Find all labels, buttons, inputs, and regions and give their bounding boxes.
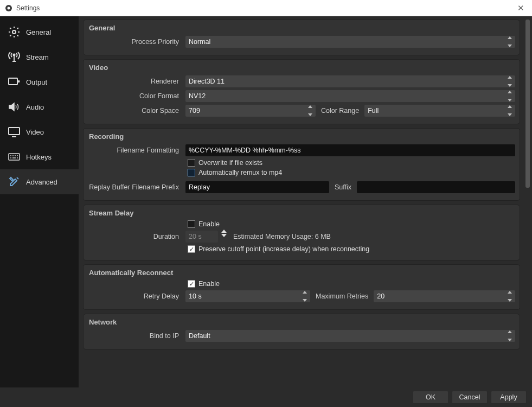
color-range-select[interactable]: Full <box>364 105 515 117</box>
memory-usage-text: Estimated Memory Usage: 6 MB <box>232 233 332 240</box>
main-area: General Stream Output <box>0 16 532 387</box>
spin-icon <box>508 105 514 116</box>
sidebar-item-general[interactable]: General <box>0 20 79 44</box>
bind-ip-select[interactable]: Default <box>185 330 515 342</box>
remux-label: Automatically remux to mp4 <box>198 169 282 176</box>
bind-label: Bind to IP <box>88 332 181 340</box>
group-title: General <box>88 24 515 32</box>
group-network: Network Bind to IP Default <box>83 314 520 349</box>
sidebar-item-stream[interactable]: Stream <box>0 44 79 69</box>
sidebar-item-label: Video <box>26 128 44 136</box>
preserve-label: Preserve cutoff point (increase delay) w… <box>198 245 369 253</box>
max-retries-spinner[interactable]: 20 <box>374 290 515 302</box>
sidebar-item-audio[interactable]: Audio <box>0 94 79 119</box>
spin-icon <box>303 291 309 302</box>
svg-point-2 <box>12 30 16 34</box>
speaker-icon <box>8 100 21 113</box>
group-title: Stream Delay <box>88 209 515 217</box>
antenna-icon <box>8 50 21 63</box>
footer: OK Cancel Apply <box>0 387 532 407</box>
spin-icon <box>508 36 514 47</box>
group-stream-delay: Stream Delay Enable Duration 20 s Estima <box>83 205 520 260</box>
sidebar-item-label: Hotkeys <box>26 153 52 161</box>
spin-icon <box>508 291 514 302</box>
monitor-icon <box>8 125 21 138</box>
suffix-label: Suffix <box>334 183 352 191</box>
replay-prefix-input[interactable]: Replay <box>185 181 329 193</box>
sidebar: General Stream Output <box>0 16 79 387</box>
color-range-label: Color Range <box>320 107 360 115</box>
scrollbar[interactable] <box>524 20 531 384</box>
spin-icon <box>508 91 514 101</box>
remux-checkbox[interactable] <box>188 169 195 176</box>
sidebar-item-label: Stream <box>26 53 49 61</box>
group-general: General Process Priority Normal <box>83 20 520 55</box>
app-icon <box>4 4 13 12</box>
scrollbar-thumb[interactable] <box>525 20 530 188</box>
sidebar-item-label: Audio <box>26 103 44 111</box>
gear-icon <box>8 26 21 39</box>
retry-delay-spinner[interactable]: 10 s <box>185 290 310 302</box>
group-title: Network <box>88 318 515 326</box>
titlebar: Settings ✕ <box>0 0 532 16</box>
replay-prefix-label: Replay Buffer Filename Prefix <box>88 183 181 191</box>
color-space-label: Color Space <box>88 107 181 115</box>
renderer-select[interactable]: Direct3D 11 <box>185 75 515 87</box>
group-title: Video <box>88 63 515 72</box>
cancel-button[interactable]: Cancel <box>452 391 488 404</box>
spin-icon <box>308 105 315 116</box>
close-icon[interactable]: ✕ <box>514 3 528 13</box>
sidebar-item-output[interactable]: Output <box>0 69 79 94</box>
sidebar-item-hotkeys[interactable]: Hotkeys <box>0 144 79 169</box>
overwrite-label: Overwrite if file exists <box>198 159 262 167</box>
process-priority-label: Process Priority <box>88 38 181 46</box>
duration-spinner[interactable]: 20 s <box>185 231 218 243</box>
content: General Process Priority Normal Video <box>79 16 524 387</box>
group-title: Automatically Reconnect <box>88 269 515 277</box>
sidebar-item-label: General <box>26 28 51 36</box>
enable-label: Enable <box>198 220 220 228</box>
color-space-select[interactable]: 709 <box>185 105 316 117</box>
enable-label: Enable <box>198 280 220 288</box>
process-priority-select[interactable]: Normal <box>185 36 515 48</box>
group-reconnect: Automatically Reconnect Enable Retry Del… <box>83 264 520 310</box>
window-body: General Stream Output <box>0 16 532 407</box>
tools-icon <box>8 175 21 188</box>
sidebar-item-advanced[interactable]: Advanced <box>0 169 79 194</box>
filename-label: Filename Formatting <box>88 147 181 154</box>
ok-button[interactable]: OK <box>413 391 448 404</box>
preserve-cutoff-checkbox[interactable] <box>188 245 195 253</box>
sidebar-item-label: Output <box>26 78 47 86</box>
keyboard-icon <box>8 150 21 163</box>
spin-icon <box>221 230 227 237</box>
color-format-select[interactable]: NV12 <box>185 90 515 102</box>
window-title: Settings <box>16 4 40 12</box>
apply-button[interactable]: Apply <box>491 391 527 404</box>
group-recording: Recording Filename Formatting %CCYY-%MM-… <box>83 128 520 201</box>
svg-rect-4 <box>9 78 17 85</box>
reconnect-enable-checkbox[interactable] <box>188 280 195 288</box>
settings-window: Settings ✕ General Stream <box>0 0 532 407</box>
duration-label: Duration <box>88 233 181 240</box>
retry-delay-label: Retry Delay <box>88 292 181 300</box>
stream-delay-enable-checkbox[interactable] <box>188 220 195 228</box>
sidebar-item-label: Advanced <box>26 178 57 186</box>
svg-rect-5 <box>9 128 20 135</box>
group-video: Video Renderer Direct3D 11 Color Format <box>83 59 520 124</box>
spin-icon <box>508 76 514 87</box>
svg-rect-6 <box>9 154 20 160</box>
svg-point-1 <box>8 7 10 9</box>
renderer-label: Renderer <box>88 78 181 85</box>
color-format-label: Color Format <box>88 92 181 100</box>
output-icon <box>8 75 21 88</box>
max-retries-label: Maximum Retries <box>315 292 369 300</box>
filename-input[interactable]: %CCYY-%MM-%DD %hh-%mm-%ss <box>185 144 515 156</box>
overwrite-checkbox[interactable] <box>188 159 195 167</box>
content-wrap: General Process Priority Normal Video <box>79 16 532 387</box>
suffix-input[interactable] <box>357 181 515 193</box>
sidebar-item-video[interactable]: Video <box>0 119 79 144</box>
spin-icon <box>508 330 514 341</box>
group-title: Recording <box>88 132 515 141</box>
